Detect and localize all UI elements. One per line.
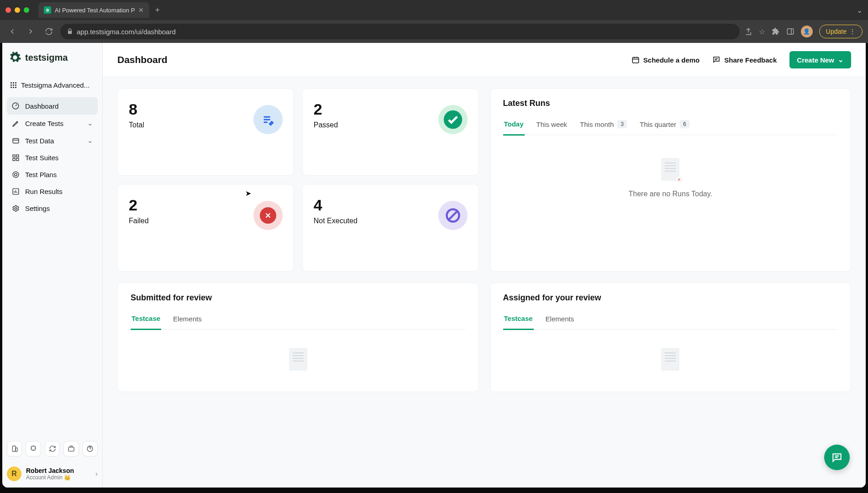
logo-text: testsigma	[25, 52, 68, 63]
browser-chrome: ✽ AI Powered Test Automation P ✕ + ⌄ app…	[0, 0, 868, 43]
tab-testcase[interactable]: Testcase	[131, 311, 161, 330]
page-title: Dashboard	[117, 54, 168, 65]
list-edit-icon	[253, 105, 283, 134]
tab-testcase[interactable]: Testcase	[503, 311, 534, 330]
chat-icon	[831, 451, 843, 463]
sidebar-item-settings[interactable]: Settings	[7, 200, 98, 217]
logo[interactable]: testsigma	[2, 43, 102, 72]
close-window-icon[interactable]	[5, 7, 11, 13]
content: 8 Total 2 Passed	[103, 77, 866, 403]
count-badge: 6	[680, 120, 689, 128]
empty-text: There are no Runs Today.	[628, 190, 712, 198]
sidebar-item-run-results[interactable]: Run Results	[7, 183, 98, 200]
refresh-icon[interactable]	[45, 441, 60, 456]
share-icon[interactable]	[744, 27, 752, 36]
svg-rect-3	[13, 138, 19, 143]
svg-rect-7	[13, 158, 15, 161]
gauge-icon	[11, 102, 20, 110]
sidebar-item-test-data[interactable]: Test Data ⌄	[7, 132, 98, 149]
empty-doc-icon	[661, 348, 679, 371]
back-button[interactable]	[5, 26, 19, 37]
close-tab-icon[interactable]: ✕	[138, 6, 144, 14]
help-icon[interactable]	[83, 441, 98, 456]
browser-tab[interactable]: ✽ AI Powered Test Automation P ✕	[38, 2, 149, 18]
maximize-window-icon[interactable]	[24, 7, 29, 13]
stat-notexecuted-card[interactable]: 4 Not Executed	[302, 184, 479, 272]
address-bar[interactable]: app.testsigma.com/ui/dashboard	[60, 24, 740, 39]
tab-this-month[interactable]: This month3	[579, 116, 628, 135]
tab-title: AI Powered Test Automation P	[55, 7, 135, 14]
schedule-demo-button[interactable]: Schedule a demo	[631, 56, 700, 64]
tab-today[interactable]: Today	[503, 116, 525, 136]
nav-right: ☆ 👤 Update⋮	[744, 25, 863, 38]
tab-this-quarter[interactable]: This quarter6	[639, 116, 690, 135]
update-button[interactable]: Update⋮	[819, 25, 863, 38]
empty-doc-icon	[289, 348, 307, 371]
extensions-icon[interactable]	[772, 27, 780, 36]
minimize-window-icon[interactable]	[15, 7, 20, 13]
project-switcher[interactable]: Testsigma Advanced...	[7, 77, 98, 94]
empty-state	[131, 330, 466, 380]
sidebar-item-test-plans[interactable]: Test Plans	[7, 166, 98, 183]
user-card[interactable]: R Robert Jackson Account Admin 👑 ›	[2, 461, 102, 488]
svg-point-15	[15, 207, 16, 209]
tab-this-week[interactable]: This week	[536, 116, 568, 135]
sidebar-bottom-icons	[2, 436, 102, 461]
briefcase-icon[interactable]	[63, 441, 79, 456]
panel-title: Latest Runs	[503, 99, 838, 108]
panel-title: Submitted for review	[131, 293, 466, 303]
tab-elements[interactable]: Elements	[545, 311, 575, 329]
sidebar-item-create-tests[interactable]: Create Tests ⌄	[7, 115, 98, 132]
plans-icon	[11, 171, 20, 178]
svg-rect-20	[632, 58, 639, 63]
device-icon[interactable]	[7, 441, 22, 456]
sidebar-item-label: Test Plans	[25, 171, 57, 178]
reload-button[interactable]	[42, 26, 56, 37]
empty-state	[503, 330, 838, 380]
block-icon	[438, 201, 468, 230]
feedback-icon	[712, 56, 721, 64]
sidebar-item-label: Test Data	[25, 137, 54, 145]
stat-value: 4	[314, 196, 358, 214]
puzzle-icon[interactable]	[26, 441, 41, 456]
panel-title: Assigned for your review	[503, 293, 838, 303]
stat-label: Failed	[129, 217, 149, 225]
stat-passed-card[interactable]: 2 Passed	[302, 88, 479, 176]
submitted-tabs: Testcase Elements	[131, 311, 466, 330]
tab-elements[interactable]: Elements	[172, 311, 203, 329]
sidebar-item-label: Dashboard	[25, 102, 58, 110]
forward-button[interactable]	[24, 26, 37, 37]
assigned-tabs: Testcase Elements	[503, 311, 838, 330]
sidebar: testsigma Testsigma Advanced... Dashboar…	[2, 43, 103, 488]
star-icon[interactable]: ☆	[759, 27, 765, 36]
new-tab-button[interactable]: +	[155, 5, 160, 15]
sidebar-item-dashboard[interactable]: Dashboard	[7, 97, 98, 115]
empty-doc-icon: ✕	[661, 158, 679, 181]
chart-icon	[11, 188, 20, 195]
gear-icon	[11, 205, 20, 212]
stat-total-card[interactable]: 8 Total	[117, 88, 294, 176]
sidepanel-icon[interactable]	[786, 27, 794, 36]
sidebar-item-test-suites[interactable]: Test Suites	[7, 149, 98, 166]
share-feedback-button[interactable]: Share Feedback	[712, 56, 777, 64]
stat-value: 8	[129, 100, 144, 118]
user-role: Account Admin 👑	[26, 474, 91, 481]
tabs-menu-icon[interactable]: ⌄	[857, 6, 863, 15]
chevron-down-icon: ⌄	[87, 136, 93, 145]
svg-rect-0	[787, 29, 794, 34]
suites-icon	[11, 154, 20, 162]
apps-grid-icon	[11, 82, 16, 88]
stat-value: 2	[129, 196, 149, 214]
header-actions: Schedule a demo Share Feedback Create Ne…	[631, 51, 851, 68]
lock-icon	[67, 28, 73, 35]
review-row: Submitted for review Testcase Elements A…	[117, 283, 851, 392]
stat-label: Total	[129, 121, 144, 129]
chat-fab[interactable]	[824, 445, 850, 470]
data-icon	[11, 137, 20, 145]
create-new-button[interactable]: Create New ⌄	[789, 51, 851, 68]
stat-failed-card[interactable]: 2 Failed	[117, 184, 294, 272]
count-badge: 3	[617, 120, 627, 128]
stat-label: Not Executed	[314, 217, 358, 225]
more-icon: ⋮	[849, 28, 856, 35]
profile-avatar[interactable]: 👤	[801, 26, 813, 37]
